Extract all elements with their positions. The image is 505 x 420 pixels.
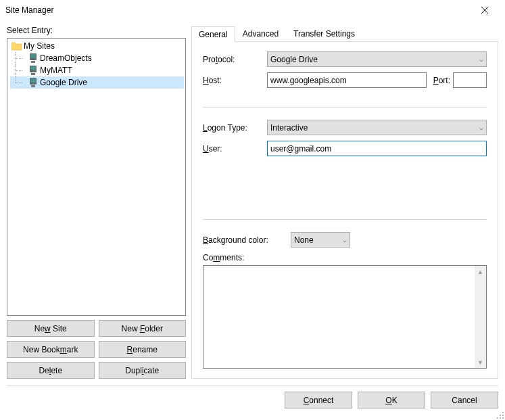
left-panel: Select Entry: My Sites	[7, 26, 186, 379]
scroll-up-icon: ▲	[475, 266, 486, 277]
tree-item[interactable]: DreamObjects	[10, 52, 184, 64]
tree-item-label: Google Drive	[40, 78, 87, 87]
right-panel: General Advanced Transfer Settings Proto…	[191, 26, 498, 379]
tabs-bar: General Advanced Transfer Settings	[191, 26, 498, 42]
svg-rect-5	[31, 73, 35, 75]
window-title: Site Manager	[5, 5, 469, 15]
host-label: Host:	[203, 76, 267, 85]
left-button-grid: New Site New Folder New Bookmark Rename …	[7, 320, 186, 379]
comments-textarea[interactable]: ▲ ▼	[203, 265, 487, 369]
main-area: Select Entry: My Sites	[0, 20, 505, 379]
protocol-row: Protocol: Google Drive ⌵	[203, 51, 487, 67]
delete-button[interactable]: Delete	[7, 362, 95, 379]
select-entry-label: Select Entry:	[7, 26, 186, 35]
duplicate-button[interactable]: Duplicate	[99, 362, 187, 379]
bottom-button-bar: Connect OK Cancel	[0, 386, 505, 414]
bgcolor-value: None	[294, 235, 314, 245]
logon-row: Logon Type: Interactive ⌵	[203, 120, 487, 135]
logon-value: Interactive	[270, 123, 308, 133]
tab-transfer[interactable]: Transfer Settings	[286, 26, 362, 41]
tab-general[interactable]: General	[191, 26, 235, 42]
divider	[203, 107, 487, 108]
close-button[interactable]	[469, 0, 500, 20]
tree-connector	[10, 76, 26, 89]
close-icon	[481, 7, 488, 14]
comments-label: Comments:	[203, 253, 487, 262]
logon-label: Logon Type:	[203, 123, 267, 133]
bgcolor-select[interactable]: None ⌵	[291, 232, 350, 248]
tree-item-label: DreamObjects	[40, 53, 92, 63]
resize-grip[interactable]	[494, 409, 504, 419]
svg-rect-7	[30, 78, 36, 83]
user-label: User:	[203, 144, 267, 154]
divider	[203, 219, 487, 220]
tab-advanced[interactable]: Advanced	[235, 26, 286, 41]
host-input[interactable]	[267, 72, 427, 88]
tree-connector	[10, 64, 26, 76]
tree-item-selected[interactable]: Google Drive	[10, 76, 184, 89]
tree-connector	[10, 52, 26, 64]
ok-button[interactable]: OK	[358, 392, 425, 409]
rename-button[interactable]: Rename	[99, 341, 187, 358]
connect-button[interactable]: Connect	[285, 392, 352, 409]
new-bookmark-button[interactable]: New Bookmark	[7, 341, 95, 358]
user-row: User:	[203, 141, 487, 156]
port-label: Port:	[433, 76, 450, 85]
svg-rect-1	[30, 54, 36, 58]
port-input[interactable]	[453, 72, 487, 88]
bgcolor-row: Background color: None ⌵	[203, 232, 487, 248]
logon-select[interactable]: Interactive ⌵	[267, 120, 487, 135]
new-site-button[interactable]: New Site	[7, 320, 95, 337]
titlebar: Site Manager	[0, 0, 505, 20]
tree-root-folder[interactable]: My Sites	[9, 40, 184, 52]
tree-folder-label: My Sites	[24, 41, 55, 51]
chevron-down-icon: ⌵	[343, 236, 347, 243]
host-row: Host: Port:	[203, 72, 487, 88]
protocol-label: Protocol:	[203, 55, 267, 64]
chevron-down-icon: ⌵	[479, 55, 483, 63]
server-icon	[28, 65, 39, 76]
tree-item-label: MyMATT	[40, 66, 72, 75]
svg-rect-8	[31, 85, 35, 87]
cancel-button[interactable]: Cancel	[431, 392, 498, 409]
bgcolor-label: Background color:	[203, 235, 291, 245]
user-input[interactable]	[267, 141, 487, 156]
scroll-down-icon: ▼	[475, 356, 486, 368]
folder-icon	[11, 41, 22, 51]
scrollbar[interactable]: ▲ ▼	[475, 266, 486, 368]
site-tree[interactable]: My Sites DreamObjects	[7, 38, 186, 316]
tree-item[interactable]: MyMATT	[10, 64, 184, 76]
server-icon	[28, 53, 39, 64]
chevron-down-icon: ⌵	[479, 124, 483, 131]
svg-rect-4	[30, 66, 36, 70]
protocol-value: Google Drive	[270, 55, 318, 64]
tab-content: Protocol: Google Drive ⌵ Host: Port: Log…	[191, 42, 498, 379]
svg-rect-2	[31, 61, 35, 63]
new-folder-button[interactable]: New Folder	[99, 320, 187, 337]
server-icon	[28, 77, 39, 88]
protocol-select[interactable]: Google Drive ⌵	[267, 51, 487, 67]
